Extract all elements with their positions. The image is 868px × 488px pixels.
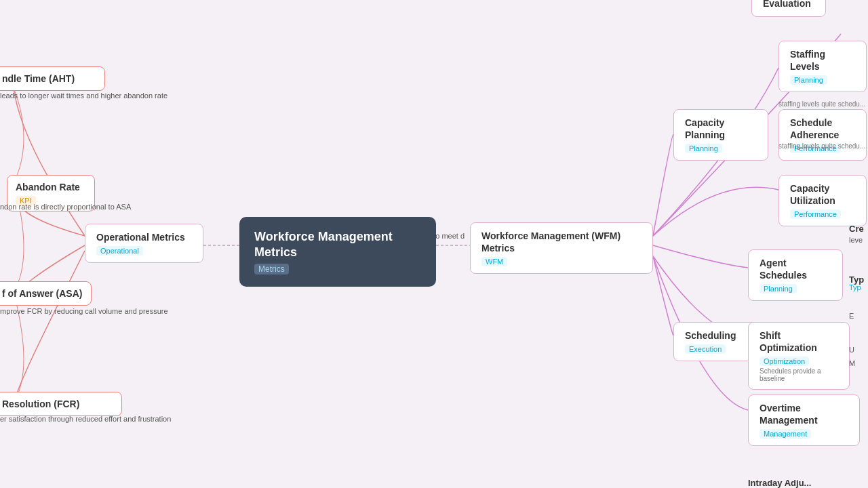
mind-map-canvas: Workforce Management Metrics Metrics Wor… (0, 0, 868, 488)
intraday-partial: Intraday Adju... (748, 478, 811, 488)
staffing-tag: Planning (790, 75, 827, 85)
partial-cre: Cre (849, 224, 864, 234)
overtime-tag: Management (760, 429, 811, 439)
asa-node[interactable]: f of Answer (ASA) (0, 281, 92, 306)
partial-e: E (849, 312, 854, 320)
capacity-planning-node[interactable]: Capacity Planning Planning (673, 109, 768, 161)
aht-title: ndle Time (AHT) (2, 73, 75, 85)
agent-schedules-title: Agent Schedules (760, 257, 831, 281)
capacity-util-tag: Performance (790, 209, 841, 219)
aht-desc: leads to longer wait times and higher ab… (0, 92, 167, 100)
capacity-util-title: Capacity Utilization (790, 182, 855, 207)
staffing-title: Staffing Levels (790, 48, 855, 73)
partial-leve: leve (849, 236, 863, 244)
operational-node[interactable]: Operational Metrics Operational (85, 224, 203, 263)
wfm-node[interactable]: Workforce Management (WFM) Metrics WFM (470, 222, 653, 274)
staffing-subtitle: staffing levels quite schedu... (778, 100, 865, 108)
asa-desc: mprove FCR by reducing call volume and p… (0, 307, 168, 315)
asa-title: f of Answer (ASA) (2, 287, 82, 300)
wfm-title: Workforce Management (WFM) Metrics (481, 230, 642, 254)
schedule-adherence-subtitle: staffing levels quite schedu... (778, 142, 865, 150)
fcr-desc: er satisfaction through reduced effort a… (0, 415, 171, 423)
center-tag: Metrics (254, 264, 289, 274)
abandon-title: Abandon Rate (16, 181, 80, 193)
center-node[interactable]: Workforce Management Metrics Metrics (239, 217, 436, 287)
fcr-node[interactable]: Resolution (FCR) (0, 392, 122, 416)
capacity-planning-tag: Planning (685, 144, 722, 153)
schedule-adherence-title: Schedule Adherence (790, 117, 855, 141)
evaluation-node[interactable]: Evaluation (751, 0, 826, 17)
shift-opt-title: Shift Optimization (760, 329, 838, 354)
capacity-util-node[interactable]: Capacity Utilization Performance (778, 175, 867, 226)
partial-u: U (849, 346, 854, 354)
shift-opt-node[interactable]: Shift Optimization Optimization Schedule… (748, 322, 850, 390)
wfm-tag: WFM (481, 257, 507, 266)
shift-opt-tag: Optimization (760, 357, 809, 366)
agent-schedules-node[interactable]: Agent Schedules Planning (748, 249, 843, 301)
operational-title: Operational Metrics (96, 231, 185, 243)
capacity-planning-title: Capacity Planning (685, 117, 757, 141)
partial-m: M (849, 359, 855, 367)
partial-typ-tag: Typ (849, 283, 861, 291)
agent-schedules-tag: Planning (760, 284, 797, 293)
fcr-title: Resolution (FCR) (2, 398, 79, 410)
scheduling-title: Scheduling (685, 329, 736, 342)
schedule-adherence-node[interactable]: Schedule Adherence Performance (778, 109, 867, 161)
shift-opt-desc: Schedules provide a baseline (760, 367, 838, 382)
abandon-desc: ndon rate is directly proportional to AS… (0, 203, 131, 211)
evaluation-title: Evaluation (763, 0, 811, 9)
operational-tag: Operational (96, 246, 143, 256)
scheduling-tag: Execution (685, 344, 726, 354)
center-title: Workforce Management Metrics (254, 229, 421, 261)
staffing-node[interactable]: Staffing Levels Planning (778, 41, 867, 92)
overtime-title: Overtime Management (760, 402, 848, 426)
aht-node[interactable]: ndle Time (AHT) (0, 66, 105, 91)
overtime-node[interactable]: Overtime Management Management (748, 394, 860, 446)
